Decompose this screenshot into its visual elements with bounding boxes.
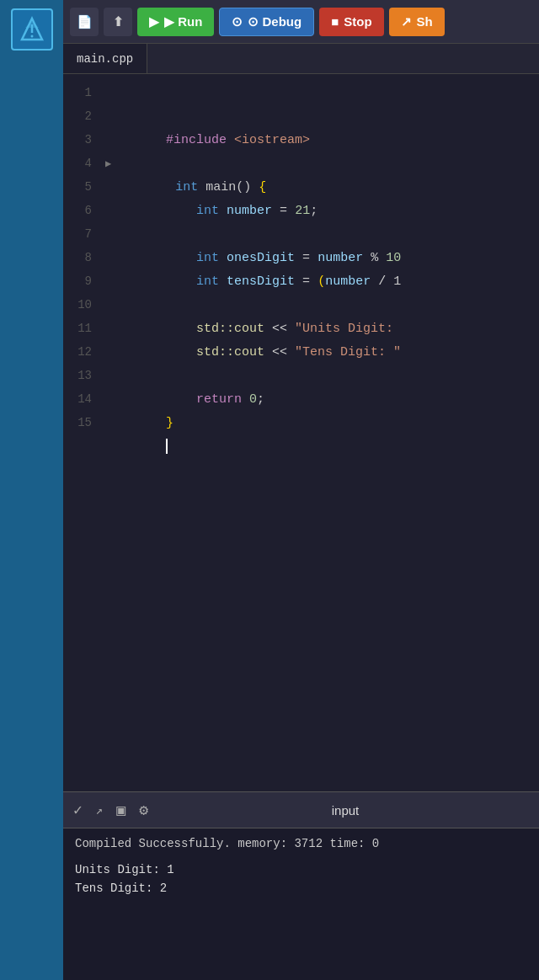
line-num-7: 7 [63, 222, 105, 246]
code-line-15: 15 [63, 411, 539, 434]
line-num-4: 4 [63, 152, 105, 175]
line-num-14: 14 [63, 387, 105, 411]
sidebar [0, 0, 63, 980]
code-line-10: 10 std::cout << "Units Digit: [63, 293, 539, 317]
svg-marker-3 [25, 21, 39, 28]
code-line-11: 11 std::cout << "Tens Digit: " [63, 317, 539, 340]
toolbar: 📄 ⬆ ▶ ▶ Run ⊙ ⊙ Debug ■ Stop ↗ Sh [63, 0, 539, 44]
file-icon: 📄 [77, 14, 93, 29]
collapse-icon[interactable]: ✓ [73, 801, 83, 819]
line-num-15: 15 [63, 411, 105, 434]
output-line-1: Units Digit: 1 [75, 860, 527, 879]
share-icon: ↗ [401, 14, 412, 29]
bottom-panel: ✓ ↗ ▣ ⚙ input Compiled Successfully. mem… [63, 791, 539, 980]
line-num-13: 13 [63, 364, 105, 387]
panel-title: input [332, 803, 360, 818]
code-line-8: 8 int tensDigit = (number / 1 [63, 246, 539, 269]
stop-label: Stop [344, 14, 371, 29]
upload-icon: ⬆ [113, 14, 124, 29]
code-line-2: 2 #include <iostream> [63, 104, 539, 128]
line-arrow-4: ▶ [105, 152, 111, 176]
line-num-5: 5 [63, 175, 105, 199]
code-line-14: 14 } [63, 387, 539, 411]
run-button[interactable]: ▶ ▶ Run [137, 8, 214, 36]
line-num-6: 6 [63, 199, 105, 222]
code-editor[interactable]: 1 2 #include <iostream> 3 4 ▶ int main()… [63, 74, 539, 791]
run-label: ▶ Run [164, 14, 202, 29]
file-button[interactable]: 📄 [70, 8, 99, 36]
line-content-15 [105, 412, 168, 482]
debug-label: ⊙ Debug [248, 14, 302, 29]
line-num-2: 2 [63, 104, 105, 128]
debug-icon: ⊙ [232, 14, 243, 29]
code-line-1: 1 [63, 81, 539, 104]
main-area: 📄 ⬆ ▶ ▶ Run ⊙ ⊙ Debug ■ Stop ↗ Sh main.c… [63, 0, 539, 980]
debug-button[interactable]: ⊙ ⊙ Debug [219, 8, 314, 36]
share-button[interactable]: ↗ Sh [389, 8, 445, 36]
panel-toolbar: ✓ ↗ ▣ ⚙ input [63, 791, 539, 828]
code-line-7: 7 int onesDigit = number % 10 [63, 222, 539, 246]
compile-status: Compiled Successfully. memory: 3712 time… [75, 837, 527, 850]
app-icon [11, 8, 53, 51]
stop-button[interactable]: ■ Stop [319, 8, 383, 36]
code-line-5: 5 int number = 21; [63, 175, 539, 199]
panel-output: Compiled Successfully. memory: 3712 time… [63, 828, 539, 980]
stop-icon: ■ [331, 14, 339, 29]
run-icon: ▶ [149, 14, 159, 29]
expand-icon[interactable]: ↗ [96, 803, 103, 818]
svg-point-2 [30, 35, 33, 38]
line-num-12: 12 [63, 340, 105, 364]
file-tab-label: main.cpp [77, 52, 133, 66]
line-num-1: 1 [63, 81, 105, 104]
file-tab-main-cpp[interactable]: main.cpp [63, 44, 147, 73]
line-num-3: 3 [63, 128, 105, 152]
upload-button[interactable]: ⬆ [104, 8, 132, 36]
split-icon[interactable]: ▣ [116, 801, 125, 819]
line-num-8: 8 [63, 246, 105, 269]
line-num-9: 9 [63, 269, 105, 293]
line-num-11: 11 [63, 317, 105, 340]
file-tabs: main.cpp [63, 44, 539, 74]
line-num-10: 10 [63, 293, 105, 317]
share-label: Sh [417, 14, 433, 29]
settings-icon[interactable]: ⚙ [139, 801, 148, 819]
output-line-2: Tens Digit: 2 [75, 879, 527, 897]
